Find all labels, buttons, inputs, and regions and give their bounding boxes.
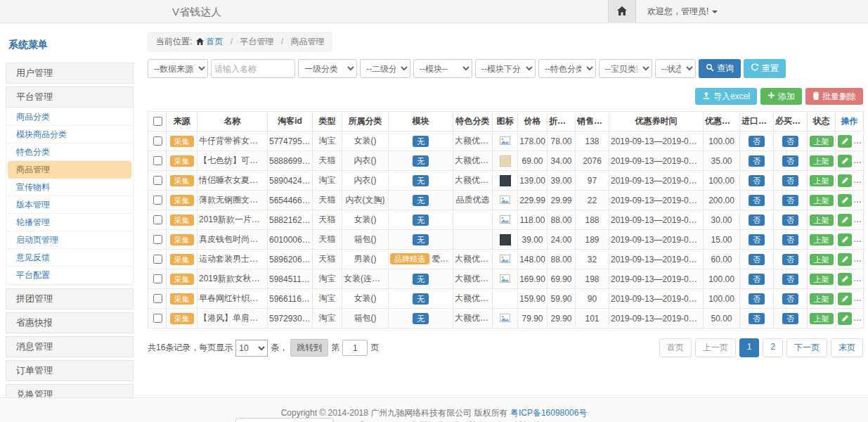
row-checkbox[interactable] (153, 314, 162, 323)
must-buy-toggle[interactable]: 否 (782, 313, 798, 324)
must-buy-toggle[interactable]: 否 (782, 293, 798, 305)
row-checkbox[interactable] (153, 136, 162, 146)
edit-button[interactable] (838, 253, 852, 266)
must-buy-toggle[interactable]: 否 (782, 234, 798, 245)
sidebar-item-商品管理[interactable]: 商品管理 (8, 161, 131, 179)
sidebar-group-订单管理[interactable]: 订单管理 (6, 360, 134, 381)
row-checkbox[interactable] (153, 235, 162, 244)
filter-select-status[interactable]: --状态-- (655, 59, 696, 78)
import-pick-toggle[interactable]: 否 (749, 136, 765, 147)
jump-button[interactable]: 跳转到 (290, 339, 328, 357)
row-checkbox[interactable] (153, 255, 162, 264)
must-buy-toggle[interactable]: 否 (782, 254, 798, 265)
page-button-1[interactable]: 1 (739, 338, 760, 357)
status-badge[interactable]: 上架 (810, 293, 834, 305)
import-pick-toggle[interactable]: 否 (749, 293, 765, 305)
home-button[interactable] (608, 0, 636, 23)
status-badge[interactable]: 上架 (810, 234, 834, 245)
edit-button[interactable] (838, 155, 852, 167)
must-buy-toggle[interactable]: 否 (782, 215, 798, 226)
status-badge[interactable]: 上架 (810, 274, 834, 285)
import-pick-toggle[interactable]: 否 (749, 313, 765, 324)
import-excel-button[interactable]: 导入excel (695, 88, 757, 105)
import-pick-toggle[interactable]: 否 (749, 234, 765, 245)
page-button-下一页[interactable]: 下一页 (786, 338, 827, 357)
status-badge[interactable]: 上架 (810, 215, 834, 226)
page-button-2[interactable]: 2 (763, 338, 783, 357)
cell-name: 薄款无钢圈文胸聚拢性... (197, 191, 268, 210)
search-button[interactable]: 查询 (699, 59, 741, 78)
row-checkbox[interactable] (153, 274, 162, 283)
sidebar-item-模块商品分类[interactable]: 模块商品分类 (8, 126, 131, 143)
add-button[interactable]: 添加 (760, 88, 802, 105)
edit-button[interactable] (838, 174, 852, 187)
status-badge[interactable]: 上架 (810, 195, 834, 206)
edit-button[interactable] (838, 273, 852, 286)
row-checkbox[interactable] (153, 176, 162, 185)
icp-link[interactable]: 粤ICP备16098006号 (510, 408, 587, 418)
edit-button[interactable] (838, 293, 852, 305)
filter-select-item-type[interactable]: --宝贝类型-- (599, 59, 652, 78)
sidebar-item-平台配置[interactable]: 平台配置 (8, 267, 131, 284)
reset-button[interactable]: 重置 (744, 59, 786, 78)
sidebar-group-拼团管理[interactable]: 拼团管理 (6, 288, 134, 309)
page-button-上一页[interactable]: 上一页 (695, 338, 736, 357)
import-pick-toggle[interactable]: 否 (749, 175, 765, 186)
sidebar-item-版本管理[interactable]: 版本管理 (8, 196, 131, 214)
must-buy-toggle[interactable]: 否 (782, 155, 798, 167)
status-badge[interactable]: 上架 (810, 175, 834, 186)
row-checkbox[interactable] (153, 215, 162, 224)
sidebar-item-特色分类[interactable]: 特色分类 (8, 143, 131, 161)
sidebar-item-意见反馈[interactable]: 意见反馈 (8, 249, 131, 267)
page-number-input[interactable] (342, 340, 368, 356)
page-button-末页[interactable]: 末页 (831, 338, 863, 357)
page-button-首页[interactable]: 首页 (659, 338, 692, 357)
must-buy-toggle[interactable]: 否 (782, 175, 798, 186)
filter-select-category-l1[interactable]: 一级分类 (298, 59, 357, 78)
must-buy-toggle[interactable]: 否 (782, 195, 798, 206)
sidebar-item-宣传物料[interactable]: 宣传物料 (8, 179, 131, 196)
user-menu[interactable]: 欢迎您，管理员! (647, 6, 718, 18)
filter-select-category-l2[interactable]: --二级分类-- (360, 59, 410, 78)
edit-button[interactable] (838, 135, 852, 148)
sidebar-item-启动页管理[interactable]: 启动页管理 (8, 231, 131, 249)
status-badge[interactable]: 上架 (810, 313, 834, 324)
filter-select-module[interactable]: --模块-- (413, 59, 472, 78)
table-row: 采集牛仔背带裤女秋装减龄...577479560965淘宝女装()无大额优惠券1… (148, 132, 864, 151)
status-badge[interactable]: 上架 (810, 136, 834, 147)
filter-select-module-sub[interactable]: --模块下分类-- (475, 59, 536, 78)
row-checkbox[interactable] (153, 196, 162, 205)
table-row: 采集薄款无钢圈文胸聚拢性...565446685867天猫内衣(文胸)无品质优选… (148, 191, 864, 210)
refresh-icon (751, 63, 759, 74)
must-buy-toggle[interactable]: 否 (782, 136, 798, 147)
filter-select-data-source[interactable]: --数据来源-- (148, 59, 208, 78)
import-pick-toggle[interactable]: 否 (749, 215, 765, 226)
edit-button[interactable] (838, 234, 852, 246)
batch-delete-button[interactable]: 批量删除 (805, 88, 863, 105)
sidebar-item-商品分类[interactable]: 商品分类 (8, 108, 131, 126)
edit-button[interactable] (838, 194, 852, 207)
import-pick-toggle[interactable]: 否 (749, 195, 765, 206)
per-page-select[interactable]: 10 (235, 340, 268, 357)
edit-button[interactable] (838, 214, 852, 226)
row-checkbox[interactable] (153, 156, 162, 165)
import-pick-toggle[interactable]: 否 (749, 254, 765, 265)
import-pick-toggle[interactable]: 否 (749, 155, 765, 167)
sidebar-group-用户管理[interactable]: 用户管理 (6, 63, 134, 84)
status-badge[interactable]: 上架 (810, 254, 834, 265)
search-name-input[interactable] (211, 59, 295, 78)
filter-select-feature[interactable]: --特色分类-- (538, 59, 596, 78)
row-checkbox[interactable] (153, 294, 162, 303)
import-pick-toggle[interactable]: 否 (749, 274, 765, 285)
breadcrumb-prefix: 当前位置: (156, 37, 192, 46)
sidebar-item-轮播管理[interactable]: 轮播管理 (8, 214, 131, 231)
breadcrumb-home-link[interactable]: 首页 (206, 37, 223, 46)
cell-source: 采集 (167, 269, 197, 289)
select-all-checkbox[interactable] (153, 117, 162, 126)
sidebar-group-平台管理[interactable]: 平台管理 (6, 87, 134, 108)
status-badge[interactable]: 上架 (810, 155, 834, 167)
must-buy-toggle[interactable]: 否 (782, 274, 798, 285)
edit-button[interactable] (838, 312, 852, 325)
sidebar-group-省惠快报[interactable]: 省惠快报 (6, 312, 134, 333)
sidebar-group-消息管理[interactable]: 消息管理 (6, 336, 134, 357)
